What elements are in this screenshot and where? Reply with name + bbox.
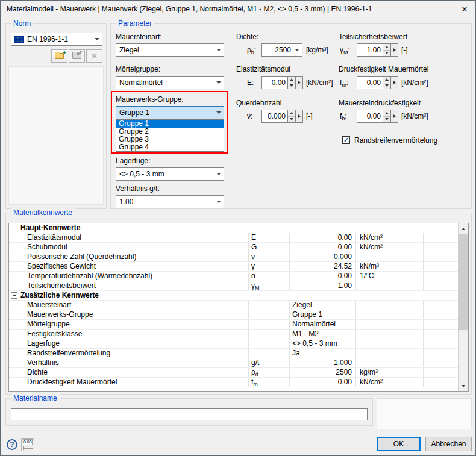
spin-up-button[interactable] [288,77,295,83]
arrow-up-icon [385,46,389,48]
row-name: Poissonsche Zahl (Querdehnzahl) [9,252,249,261]
table-row[interactable]: SchubmodulG0.00kN/cm² [9,243,458,252]
row-unit [356,330,424,339]
spin-up-button[interactable] [383,77,390,83]
row-extra [424,272,458,281]
table-section-header[interactable]: Zusätzliche Kennwerte [9,291,458,301]
chevron-down-icon [292,44,302,56]
dropdown-option[interactable]: Gruppe 3 [116,136,224,143]
materialname-input[interactable] [11,408,368,420]
more-options-button[interactable] [296,110,303,123]
delete-norm-button[interactable]: ✕ [86,49,102,63]
spin-up-button[interactable] [383,44,390,51]
row-value: 2500 [290,368,356,377]
table-section-header[interactable]: Haupt-Kennwerte [9,223,458,233]
norm-select[interactable]: EN 1996-1-1 [11,33,102,46]
spin-up-button[interactable] [288,110,295,117]
teilsicherheit-input[interactable]: 1.00 [357,43,383,57]
arrow-right-icon [393,114,396,118]
table-row[interactable]: RandstreifenvermörtelungJa [9,349,458,358]
table-row[interactable]: Verhältnisg/t1.000 [9,358,458,368]
spin-down-button[interactable] [288,117,295,123]
spin-down-button[interactable] [383,117,390,123]
vertical-scrollbar[interactable] [458,223,468,391]
row-symbol [249,301,290,310]
more-options-button[interactable] [296,76,303,89]
druckfestigkeit-input[interactable]: 0.00 [357,76,383,89]
row-symbol [249,349,290,358]
table-row[interactable]: ElastizitätsmodulE0.00kN/cm² [9,233,458,243]
more-options-button[interactable] [391,43,398,57]
dropdown-option[interactable]: Gruppe 2 [116,128,224,136]
row-name: Schubmodul [9,243,249,252]
help-button[interactable]: ? [5,438,19,451]
mauerwerksgruppe-select[interactable]: Gruppe 1 [116,106,224,119]
row-symbol: G [249,243,290,252]
row-unit [356,320,424,329]
emodul-unit: [kN/cm²] [306,78,333,87]
more-options-button[interactable] [391,110,398,123]
mauerwerksgruppe-label: Mauerwerks-Gruppe: [116,95,184,104]
steinfestigkeit-input[interactable]: 0.00 [357,110,383,123]
table-row[interactable]: Poissonsche Zahl (Querdehnzahl)ν0.000 [9,252,458,262]
spin-up-button[interactable] [383,110,390,117]
table-row[interactable]: TeilsicherheitsbeiwertγM1.00 [9,281,458,291]
druckfestigkeit-unit: [kN/cm²] [401,78,428,87]
new-norm-button[interactable]: + [51,49,67,63]
collapse-minus-icon[interactable] [11,225,17,231]
steinfestigkeit-label: Mauersteindruckfestigkeit [339,99,421,107]
table-row[interactable]: Druckfestigkeit Mauermörtelfm0.00kN/cm² [9,378,458,387]
row-extra [424,243,458,252]
symbol-sub: m [342,82,346,88]
dropdown-option[interactable]: Gruppe 1 [116,120,224,128]
dropdown-option[interactable]: Gruppe 4 [116,143,224,151]
table-row[interactable]: Dichteρd2500kg/m³ [9,368,458,378]
materialname-group: Materialname [5,398,373,426]
verhaeltnis-select[interactable]: 1.00 [116,195,224,208]
querdehnzahl-input[interactable]: 0.000 [261,110,288,123]
spin-down-button[interactable] [383,83,390,89]
spin-down-button[interactable] [288,83,295,89]
table-row[interactable]: Temperaturdehnzahl (Wärmedehnzahl)α0.001… [9,272,458,281]
ok-button[interactable]: OK [377,437,421,451]
titlebar[interactable]: Materialmodell - Mauerwerk | Mauerwerk (… [1,1,475,17]
steinfestigkeit-symbol: fb: [340,112,347,122]
table-row[interactable]: MörtelgruppeNormalmörtel [9,320,458,330]
randstreifen-checkbox[interactable]: ✓ [342,136,350,144]
collapse-minus-icon[interactable] [11,292,17,299]
arrow-icon [295,49,299,51]
plus-icon: + [63,49,66,56]
scrollbar-thumb[interactable] [459,234,468,330]
table-row[interactable]: Mauerwerks-GruppeGruppe 1 [9,310,458,320]
row-name: Druckfestigkeit Mauermörtel [9,378,249,387]
table-row[interactable]: FestigkeitsklasseM1 - M2 [9,330,458,339]
scroll-up-button[interactable] [459,223,468,234]
symbol-main: ρ [247,46,251,54]
spin-down-button[interactable] [383,51,390,57]
norm-caption: Norm [11,19,33,28]
lagerfuge-select[interactable]: <> 0,5 - 3 mm [116,167,224,181]
mauersteinart-select[interactable]: Ziegel [116,43,224,57]
new-folder-icon: + [55,53,64,59]
dichte-select[interactable]: 2500 [261,43,302,57]
table-row[interactable]: MauersteinartZiegel [9,301,458,310]
moertelgruppe-select[interactable]: Normalmörtel [116,76,224,89]
emodul-input[interactable]: 0.00 [261,76,288,89]
table-row[interactable]: Spezifisches Gewichtγ24.52kN/m³ [9,262,458,272]
cancel-button[interactable]: Abbrechen [425,437,472,451]
chevron-down-icon [214,107,224,119]
combo-value: Normalmörtel [119,78,163,87]
row-unit: kN/cm² [356,378,424,387]
kennwerte-rows: Haupt-KennwerteElastizitätsmodulE0.00kN/… [9,223,458,391]
edit-norm-button[interactable] [69,49,85,63]
close-button[interactable]: ✕ [454,1,475,17]
row-unit [356,358,424,367]
table-row[interactable]: Lagerfuge<> 0,5 - 3 mm [9,339,458,349]
more-options-button[interactable] [391,76,398,89]
row-symbol [249,330,290,339]
row-extra [424,368,458,377]
calculator-button[interactable]: 0.00 [21,438,34,451]
arrow-down-icon [385,118,389,120]
row-name: Festigkeitsklasse [9,330,249,339]
scroll-down-button[interactable] [459,381,468,391]
